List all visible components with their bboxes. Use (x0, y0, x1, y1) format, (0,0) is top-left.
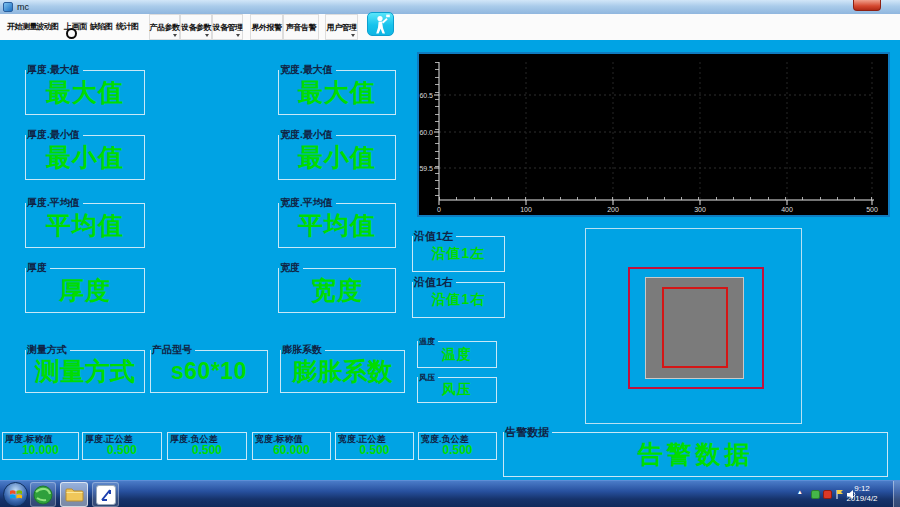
box-label: 沿值1左 (413, 230, 456, 242)
width-plus-tol-value: 0.500 (336, 444, 413, 457)
menu-wave-chart[interactable]: 波动图 (36, 21, 59, 32)
taskbar-app-globe[interactable] (30, 482, 56, 507)
width-min-value: 最小值 (279, 136, 395, 179)
menu-device-manage[interactable]: 设备管理 (212, 14, 243, 40)
tolerance-outline-inner (662, 287, 728, 368)
x-tick-label: 500 (866, 206, 878, 213)
x-tick-label: 200 (607, 206, 619, 213)
thickness-plus-tol-box: 厚度.正公差 0.500 (82, 432, 162, 460)
wind-pressure-box: 风压 风压 (417, 377, 497, 403)
box-label: 风压 (418, 372, 438, 384)
width-max-box: 宽度.最大值 最大值 (278, 70, 396, 115)
x-tick-label: 400 (781, 206, 793, 213)
dropdown-icon (236, 34, 240, 37)
width-avg-box: 宽度.平均值 平均值 (278, 203, 396, 248)
trend-chart: 60.5 60.0 59.5 0 100 200 300 400 500 (417, 52, 890, 217)
menu-product-params[interactable]: 产品参数 (149, 14, 180, 40)
taskbar-app-editor[interactable] (92, 482, 119, 507)
thickness-value: 厚度 (26, 269, 144, 312)
app-icon (3, 2, 13, 12)
edge1-right-value: 沿值1右 (413, 283, 504, 317)
screen: mc 开始测量 波动图 上画面 缺陷图 统计图 产品参数 设备参数 设备管理 界… (0, 0, 900, 507)
thickness-min-box: 厚度.最小值 最小值 (25, 135, 145, 180)
box-label: 厚度.平均值 (26, 197, 83, 209)
width-avg-value: 平均值 (279, 204, 395, 247)
alarm-data-box: 告警数据 告警数据 (503, 432, 888, 477)
close-button[interactable] (853, 0, 881, 11)
thickness-avg-box: 厚度.平均值 平均值 (25, 203, 145, 248)
menu-defect-chart[interactable]: 缺陷图 (90, 21, 113, 32)
red-status-icon[interactable] (823, 490, 832, 499)
temperature-box: 温度 温度 (417, 341, 497, 368)
box-label: 厚度.最小值 (26, 129, 83, 141)
window-title: mc (17, 2, 29, 12)
taskbar-app-explorer[interactable] (60, 482, 88, 507)
windows-flag-icon (9, 488, 23, 501)
person-icon (368, 13, 393, 35)
hidden-icons-chevron[interactable]: ▴ (798, 488, 802, 496)
box-label: 宽度.最大值 (279, 64, 336, 76)
menu-sound-alarm[interactable]: 声音告警 (283, 14, 319, 40)
green-status-icon[interactable] (811, 490, 820, 499)
box-label: 膨胀系数 (281, 344, 325, 356)
clock-time: 9:12 (845, 484, 879, 494)
user-button[interactable] (367, 12, 394, 36)
thickness-max-value: 最大值 (26, 71, 144, 114)
box-label: 厚度.最大值 (26, 64, 83, 76)
product-model-box: 产品型号 s60*10 (150, 350, 268, 393)
dropdown-icon (173, 34, 177, 37)
y-tick-label: 60.0 (419, 129, 433, 136)
width-max-value: 最大值 (279, 71, 395, 114)
cross-section-panel (585, 228, 802, 424)
alarm-data-value: 告警数据 (504, 433, 887, 476)
editor-app-icon (96, 485, 116, 505)
width-minus-tol-box: 宽度.负公差 0.500 (418, 432, 497, 460)
expansion-coefficient-value: 膨胀系数 (281, 351, 404, 392)
edge1-left-value: 沿值1左 (413, 237, 504, 271)
menu-start-measure[interactable]: 开始测量 (7, 21, 37, 32)
edge1-left-box: 沿值1左 沿值1左 (412, 236, 505, 272)
box-label: 宽度 (279, 262, 303, 274)
clock-date: 2019/4/2 (845, 494, 879, 504)
box-label: 沿值1右 (413, 276, 456, 288)
y-axis-minor-ticks (435, 62, 439, 200)
globe-icon (33, 485, 53, 505)
thickness-minus-tol-box: 厚度.负公差 0.500 (167, 432, 247, 460)
menu-user-manage[interactable]: 用户管理 (325, 14, 358, 40)
menu-out-of-bounds-alarm[interactable]: 界外报警 (250, 14, 283, 40)
y-tick-label: 60.5 (419, 92, 433, 99)
chart-plot: 60.5 60.0 59.5 0 100 200 300 400 500 (419, 54, 888, 215)
box-label: 温度 (418, 336, 438, 348)
x-tick-label: 100 (520, 206, 532, 213)
thickness-nominal-box: 厚度.标称值 10.000 (2, 432, 79, 460)
menu-device-params[interactable]: 设备参数 (180, 14, 212, 40)
start-button[interactable] (3, 482, 28, 507)
thickness-box: 厚度 厚度 (25, 268, 145, 313)
width-box: 宽度 宽度 (278, 268, 396, 313)
measure-mode-box: 测量方式 测量方式 (25, 350, 145, 393)
action-center-flag-icon[interactable] (835, 489, 844, 500)
width-minus-tol-value: 0.500 (419, 444, 496, 457)
width-value: 宽度 (279, 269, 395, 312)
thickness-min-value: 最小值 (26, 136, 144, 179)
taskbar: ▴ 9:12 2019/4/2 (0, 480, 900, 507)
box-label: 测量方式 (26, 344, 70, 356)
menu-stats-chart[interactable]: 统计图 (116, 21, 139, 32)
box-label: 产品型号 (151, 344, 195, 356)
thickness-plus-tol-value: 0.500 (83, 444, 161, 457)
box-label: 厚度 (26, 262, 50, 274)
product-model-value: s60*10 (151, 351, 267, 392)
tray-clock[interactable]: 9:12 2019/4/2 (845, 484, 879, 504)
y-tick-label: 59.5 (419, 165, 433, 172)
show-desktop-button[interactable] (893, 481, 900, 507)
thickness-avg-value: 平均值 (26, 204, 144, 247)
edge1-right-box: 沿值1右 沿值1右 (412, 282, 505, 318)
box-label: 宽度.平均值 (279, 197, 336, 209)
width-min-box: 宽度.最小值 最小值 (278, 135, 396, 180)
box-label: 告警数据 (504, 426, 552, 438)
folder-icon (65, 487, 84, 502)
width-nominal-box: 宽度.标称值 60.000 (252, 432, 331, 460)
thickness-max-box: 厚度.最大值 最大值 (25, 70, 145, 115)
x-tick-label: 0 (437, 206, 441, 213)
dropdown-icon (205, 34, 209, 37)
